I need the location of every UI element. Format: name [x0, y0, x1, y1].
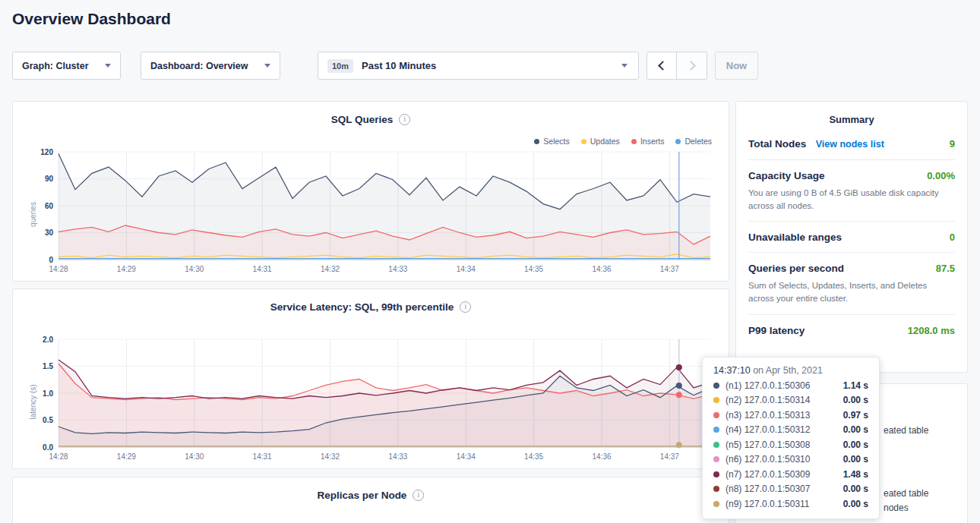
tooltip-node-row: (n1) 127.0.0.1:503061.14 s	[713, 380, 868, 391]
event-text-fragment: nodes	[884, 503, 909, 513]
node-color-dot-icon	[713, 501, 719, 507]
svg-text:14:29: 14:29	[117, 265, 136, 273]
prev-time-button[interactable]	[646, 52, 677, 80]
node-address: (n8) 127.0.0.1:50307	[726, 484, 843, 494]
legend-dot-icon	[631, 139, 637, 144]
p99-latency-value: 1208.0 ms	[908, 325, 955, 336]
info-icon[interactable]: i	[399, 114, 410, 125]
svg-text:90: 90	[45, 175, 54, 183]
total-nodes-value: 9	[950, 138, 955, 150]
legend-dot-icon	[675, 139, 681, 144]
summary-row-total-nodes: Total Nodes View nodes list 9	[748, 127, 955, 159]
capacity-value: 0.00%	[927, 170, 955, 181]
svg-text:0: 0	[49, 256, 53, 264]
tooltip-node-row: (n4) 127.0.0.1:503120.00 s	[713, 424, 868, 435]
node-color-dot-icon	[713, 486, 719, 492]
qps-label: Queries per second	[748, 263, 844, 274]
node-latency-value: 0.00 s	[843, 440, 868, 450]
svg-text:14:34: 14:34	[457, 452, 476, 461]
node-color-dot-icon	[713, 383, 719, 389]
node-address: (n5) 127.0.0.1:50308	[726, 440, 843, 450]
event-text-fragment: eated table	[884, 425, 928, 436]
qps-desc: Sum of Selects, Updates, Inserts, and De…	[748, 279, 955, 304]
node-address: (n2) 127.0.0.1:50314	[726, 395, 843, 405]
p99-latency-label: P99 latency	[748, 325, 805, 336]
legend-item-selects[interactable]: Selects	[534, 137, 569, 146]
sql-queries-plot[interactable]: queries 14:2814:2914:3014:3114:3214:3314…	[24, 146, 721, 275]
unavailable-ranges-label: Unavailable ranges	[748, 232, 842, 243]
tooltip-time: 14:37:10	[713, 365, 751, 376]
legend-item-deletes[interactable]: Deletes	[675, 137, 712, 146]
svg-text:60: 60	[45, 202, 54, 210]
service-latency-card: Service Latency: SQL, 99th percentile i …	[12, 288, 729, 469]
svg-text:14:34: 14:34	[457, 265, 476, 273]
svg-text:14:37: 14:37	[660, 452, 679, 461]
info-icon[interactable]: i	[460, 301, 471, 313]
qps-value: 87.5	[936, 263, 955, 274]
tooltip-date: on Apr 5th, 2021	[751, 365, 823, 376]
node-address: (n6) 127.0.0.1:50310	[726, 454, 843, 465]
tooltip-node-row: (n3) 127.0.0.1:503130.97 s	[713, 410, 868, 421]
node-latency-value: 0.00 s	[843, 499, 868, 509]
svg-text:14:35: 14:35	[524, 265, 543, 273]
svg-text:14:36: 14:36	[592, 265, 611, 273]
svg-text:14:32: 14:32	[321, 265, 340, 273]
node-address: (n1) 127.0.0.1:50306	[726, 380, 843, 391]
svg-text:14:32: 14:32	[321, 452, 340, 461]
node-color-dot-icon	[713, 471, 719, 477]
node-latency-value: 0.00 s	[843, 395, 868, 405]
node-address: (n4) 127.0.0.1:50312	[726, 424, 843, 435]
svg-text:14:30: 14:30	[185, 452, 204, 461]
node-latency-value: 0.00 s	[843, 484, 868, 494]
sql-queries-legend: SelectsUpdatesInsertsDeletes	[534, 137, 712, 146]
tooltip-node-row: (n8) 127.0.0.1:503070.00 s	[713, 484, 868, 494]
chevron-down-icon	[264, 64, 270, 68]
svg-text:14:31: 14:31	[253, 265, 272, 273]
legend-dot-icon	[581, 139, 586, 144]
node-color-dot-icon	[713, 397, 719, 403]
info-icon[interactable]: i	[413, 490, 424, 501]
total-nodes-label: Total Nodes	[748, 138, 806, 150]
capacity-desc: You are using 0 B of 4.5 GiB usable disk…	[748, 187, 955, 212]
svg-text:14:29: 14:29	[117, 452, 136, 461]
node-latency-value: 1.48 s	[843, 469, 868, 480]
service-latency-plot[interactable]: latency (s) 14:2814:2914:3014:3114:3214:…	[24, 333, 721, 462]
node-latency-value: 1.14 s	[843, 380, 868, 391]
svg-text:1.0: 1.0	[43, 389, 53, 398]
svg-text:14:36: 14:36	[592, 452, 611, 461]
time-range-badge: 10m	[327, 59, 353, 73]
page-title: Overview Dashboard	[12, 10, 171, 28]
tooltip-node-row: (n7) 127.0.0.1:503091.48 s	[713, 469, 868, 480]
time-nav-group	[646, 52, 707, 80]
dashboard-select-dropdown[interactable]: Dashboard: Overview	[141, 52, 280, 80]
replicas-per-node-card: Replicas per Node i	[12, 477, 729, 523]
svg-text:14:35: 14:35	[524, 452, 543, 461]
svg-text:14:30: 14:30	[185, 265, 204, 273]
summary-row-capacity: Capacity Usage 0.00% You are using 0 B o…	[748, 159, 955, 221]
graph-select-label: Graph: Cluster	[22, 61, 89, 71]
legend-item-inserts[interactable]: Inserts	[631, 137, 665, 146]
svg-text:30: 30	[45, 228, 54, 237]
svg-text:14:28: 14:28	[49, 265, 68, 273]
chevron-down-icon	[105, 64, 111, 68]
summary-panel: Summary Total Nodes View nodes list 9 Ca…	[735, 101, 968, 373]
node-color-dot-icon	[713, 412, 719, 418]
legend-dot-icon	[534, 139, 539, 144]
chevron-right-icon	[686, 61, 696, 71]
tooltip-node-row: (n2) 127.0.0.1:503140.00 s	[713, 395, 868, 405]
tooltip-node-row: (n9) 127.0.0.1:503110.00 s	[713, 499, 868, 509]
svg-text:14:37: 14:37	[660, 265, 679, 273]
chevron-left-icon	[658, 61, 668, 71]
summary-row-unavailable-ranges: Unavailable ranges 0	[748, 221, 955, 252]
tooltip-header: 14:37:10 on Apr 5th, 2021	[713, 365, 868, 376]
time-range-picker[interactable]: 10m Past 10 Minutes	[318, 52, 639, 80]
event-text-fragment: eated table	[884, 488, 928, 499]
view-nodes-list-link[interactable]: View nodes list	[816, 139, 884, 150]
next-time-button[interactable]	[677, 52, 707, 80]
svg-text:14:33: 14:33	[388, 452, 407, 461]
dashboard-select-label: Dashboard: Overview	[150, 61, 248, 71]
now-button[interactable]: Now	[715, 52, 758, 80]
legend-item-updates[interactable]: Updates	[581, 137, 620, 146]
svg-text:120: 120	[40, 148, 53, 156]
graph-select-dropdown[interactable]: Graph: Cluster	[12, 52, 121, 80]
